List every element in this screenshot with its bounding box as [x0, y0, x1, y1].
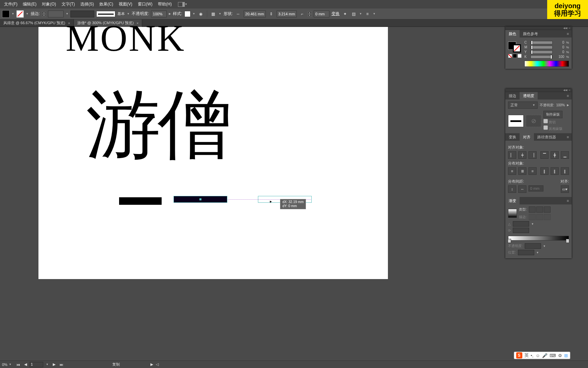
stroke-dropdown[interactable]: ▼	[26, 12, 29, 15]
ime-lang[interactable]: 英	[524, 352, 529, 358]
collapse-icon[interactable]: ◀◀	[563, 27, 567, 30]
grad-stop-position[interactable]	[518, 250, 534, 255]
ime-face-icon[interactable]: ☺	[536, 353, 540, 358]
selection-handle[interactable]	[199, 198, 201, 200]
link-wh-icon[interactable]: ⇕	[268, 11, 275, 17]
grad-stop-opacity[interactable]	[525, 243, 541, 249]
gradient-ramp[interactable]	[508, 236, 569, 241]
invert-checkbox[interactable]: 反相蒙版	[543, 125, 562, 131]
m-slider[interactable]	[530, 46, 553, 49]
arrange-icon[interactable]: ▤	[350, 11, 357, 17]
corner-stepper[interactable]: ▲▼	[308, 11, 312, 17]
dist-bottom-icon[interactable]: ≡	[528, 167, 537, 175]
stroke-prof-field[interactable]	[70, 11, 94, 17]
object-thumbnail[interactable]	[508, 115, 524, 127]
prev-page-icon[interactable]: ◀	[23, 362, 28, 367]
panel-menu-icon[interactable]: ≡	[564, 94, 572, 98]
stroke-weight-field[interactable]	[48, 11, 64, 17]
zoom-caret[interactable]: ▼	[9, 363, 12, 366]
dist-vcenter-icon[interactable]: ≣	[518, 167, 526, 175]
panel-layout-caret[interactable]: ▼	[185, 3, 187, 6]
stroke-swatch[interactable]	[16, 10, 24, 18]
next-page-icon[interactable]: ▶	[51, 362, 57, 367]
tab-color-guide[interactable]: 颜色参考	[520, 30, 541, 37]
status-back-icon[interactable]: ◁	[156, 362, 159, 367]
height-field[interactable]: 3.214 mm	[277, 11, 297, 17]
fill-swatch[interactable]	[2, 10, 10, 18]
artboard-number-field[interactable]	[30, 362, 43, 367]
dist-top-icon[interactable]: ≡	[508, 167, 516, 175]
stroke-weight-stepper[interactable]: ▲▼	[42, 11, 46, 17]
tab-color[interactable]: 颜色	[505, 30, 520, 37]
stroke-profile-preview[interactable]	[96, 11, 115, 17]
menu-window[interactable]: 窗口(W)	[135, 0, 155, 9]
dist-right-icon[interactable]: ‖	[561, 167, 569, 175]
align-bottom-icon[interactable]: ▁	[561, 151, 569, 159]
collapse-icon[interactable]: ◀◀	[563, 89, 567, 92]
blend-mode-select[interactable]: 正常▼	[508, 102, 538, 109]
document-tab-1[interactable]: 风得意 @ 66.67% (CMYK/GPU 预览)×	[0, 19, 74, 27]
last-page-icon[interactable]: ⏭	[58, 363, 65, 367]
grad-radial-icon[interactable]	[536, 206, 543, 213]
align-hcenter-icon[interactable]: ┿	[518, 151, 526, 159]
opacity-slider-caret[interactable]: ▶	[169, 12, 171, 15]
k-value[interactable]: 100	[555, 55, 564, 59]
menu-view[interactable]: 视图(V)	[116, 0, 135, 9]
stroke-weight-caret[interactable]: ▼	[66, 12, 68, 15]
mask-thumbnail[interactable]: ⊘	[526, 115, 541, 127]
tab-transparency[interactable]: 透明度	[520, 92, 538, 99]
graphic-style-swatch[interactable]	[184, 11, 191, 17]
dist-vspace-icon[interactable]: ↕	[508, 185, 516, 193]
panel-layout-icon[interactable]	[178, 2, 185, 7]
ime-keyboard-icon[interactable]: ⌨	[550, 353, 556, 358]
tab-gradient[interactable]: 渐变	[505, 197, 520, 204]
trans-opacity-value[interactable]: 100%	[556, 103, 565, 107]
c-slider[interactable]	[530, 41, 553, 44]
menu-object[interactable]: 对象(O)	[39, 0, 59, 9]
tab-stroke[interactable]: 描边	[505, 92, 520, 99]
isolate-icon[interactable]: ✦	[342, 11, 348, 17]
canvas-text-cjk[interactable]: 游僧	[86, 75, 229, 176]
dist-left-icon[interactable]: ‖	[540, 167, 549, 175]
ime-punct-icon[interactable]: •,	[531, 353, 534, 358]
close-icon[interactable]: ×	[569, 27, 570, 30]
grad-linear-icon[interactable]	[529, 206, 536, 213]
ime-settings-icon[interactable]: ⚙	[558, 353, 562, 358]
corner-field[interactable]: 0 mm	[314, 11, 329, 17]
none-swatch-icon[interactable]	[508, 54, 512, 58]
canvas-rect-1[interactable]	[119, 197, 162, 205]
spectrum-picker[interactable]	[524, 61, 569, 67]
grad-aspect-field[interactable]	[513, 228, 529, 233]
menu-edit[interactable]: 编辑(E)	[20, 0, 39, 9]
fill-stroke-proxy[interactable]	[508, 40, 521, 52]
gradient-preview[interactable]	[508, 209, 517, 218]
canvas-text-monk[interactable]: MONK	[66, 17, 185, 60]
panel-menu-icon[interactable]: ≡	[564, 135, 572, 139]
tab-pathfinder[interactable]: 路径查找器	[534, 133, 559, 141]
align-to-select[interactable]: ▭▾	[561, 185, 569, 193]
zoom-value[interactable]: 0%	[2, 363, 7, 367]
ime-voice-icon[interactable]: 🎤	[542, 353, 548, 358]
align-vcenter-icon[interactable]: ╋	[551, 151, 559, 159]
corner-link-icon[interactable]: ⌐	[299, 11, 306, 17]
stroke-profile-caret[interactable]: ▼	[127, 12, 130, 15]
clip-checkbox[interactable]: 剪切	[543, 119, 562, 125]
c-value[interactable]: 0	[555, 41, 564, 44]
artboard[interactable]: MONK 游僧 ▸ dX: 32.19 mm dY: 0 mm	[38, 27, 388, 279]
menu-help[interactable]: 帮助(H)	[155, 0, 175, 9]
trans-opacity-caret[interactable]: ▶	[567, 104, 569, 107]
white-swatch-icon[interactable]	[518, 54, 522, 58]
fill-dropdown[interactable]: ▼	[12, 12, 14, 15]
stroke-proxy[interactable]	[513, 44, 521, 52]
menu-select[interactable]: 选择(S)	[78, 0, 97, 9]
align-top-icon[interactable]: ▔	[540, 151, 549, 159]
artboard-dropdown[interactable]: ▼	[45, 363, 50, 366]
align-grid-icon[interactable]: ▦	[210, 11, 217, 17]
make-mask-button[interactable]: 制作蒙版	[543, 111, 562, 118]
canvas-rect-selected[interactable]	[174, 196, 227, 203]
dist-hspace-icon[interactable]: ↔	[518, 185, 526, 193]
sogou-logo-icon[interactable]: S	[516, 352, 522, 358]
align-quick-icon[interactable]: ≡	[364, 11, 371, 17]
ime-skin-icon[interactable]: ⊞	[564, 353, 568, 358]
grad-freeform-icon[interactable]	[544, 206, 551, 213]
